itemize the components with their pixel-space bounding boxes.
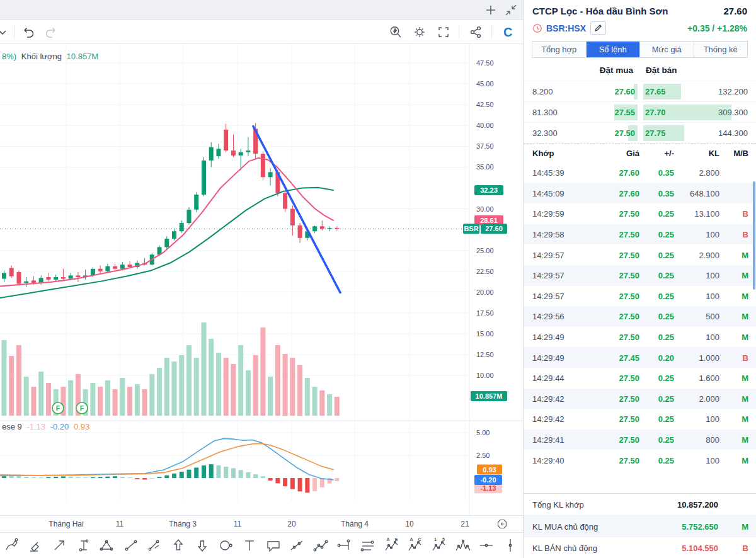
svg-text:35.00: 35.00 xyxy=(476,163,494,171)
trade-row[interactable]: 14:29:4427.500.251.600M xyxy=(524,368,756,389)
price-range-icon[interactable] xyxy=(75,537,93,554)
svg-text:-1.13: -1.13 xyxy=(480,484,496,492)
svg-text:2.50: 2.50 xyxy=(476,452,490,459)
trade-volume: 100 xyxy=(706,271,719,280)
time-axis[interactable]: Tháng Hai11Tháng 31120Tháng 41021 xyxy=(0,515,523,532)
tab-mức-giá[interactable]: Mức giá xyxy=(640,42,694,57)
trade-row[interactable]: 14:45:3927.600.352.800 xyxy=(524,162,756,183)
price-chart[interactable]: FF47.5045.0042.5040.0037.5035.0030.0025.… xyxy=(0,44,523,515)
sell-column-label: Đặt bán xyxy=(646,65,677,75)
bid-volume: 32.300 xyxy=(532,128,558,138)
trade-row[interactable]: 14:29:5927.500.2513.100B xyxy=(524,203,756,224)
elliott-wave-ae-icon[interactable]: AE xyxy=(383,537,401,554)
arrow-down-icon[interactable] xyxy=(193,537,211,554)
redo-icon[interactable] xyxy=(43,25,58,40)
text-icon[interactable] xyxy=(241,537,258,554)
trade-time: 14:29:57 xyxy=(532,250,564,259)
broker-logo[interactable]: C xyxy=(500,25,515,40)
horizontal-line-icon[interactable] xyxy=(478,537,495,554)
svg-text:A: A xyxy=(386,537,389,542)
svg-text:5.00: 5.00 xyxy=(476,429,490,436)
trade-row[interactable]: 14:29:4227.500.25100M xyxy=(524,409,756,430)
summary-row: KL BÁN chủ động5.104.550B xyxy=(524,537,756,558)
trade-row[interactable]: 14:29:5827.500.25100B xyxy=(524,224,756,245)
trade-row[interactable]: 14:29:4927.450.201.000B xyxy=(524,347,756,368)
trade-change: 0.25 xyxy=(658,250,674,259)
svg-text:42.50: 42.50 xyxy=(476,101,494,108)
trade-price: 27.50 xyxy=(619,250,639,259)
candlestick-chart-canvas[interactable]: FF47.5045.0042.5040.0037.5035.0030.0025.… xyxy=(0,44,523,515)
marker-icon[interactable] xyxy=(28,537,45,554)
trade-row[interactable]: 14:29:4027.500.25100M xyxy=(524,450,756,470)
tab-tổng-hợp[interactable]: Tổng hợp xyxy=(532,42,587,57)
orderbook-row[interactable]: 8.20027.6027.65132.200 xyxy=(524,81,756,101)
trade-row[interactable]: 14:29:5627.500.25500M xyxy=(524,306,756,327)
chevron-down-icon[interactable] xyxy=(0,25,10,40)
tab-sổ-lệnh[interactable]: Sổ lệnh xyxy=(587,42,641,57)
disjoint-channel-icon[interactable] xyxy=(146,537,164,554)
time-axis-label: 11 xyxy=(116,520,123,528)
trade-side: M xyxy=(742,455,748,465)
macd-legend: ese 9 -1.13 -0.20 0.93 xyxy=(2,422,92,431)
ask-price[interactable]: 27.75 xyxy=(645,128,666,138)
svg-text:12.50: 12.50 xyxy=(476,351,494,358)
vertical-line-icon[interactable] xyxy=(501,537,519,554)
trade-change: 0.25 xyxy=(658,394,674,403)
axis-settings-icon[interactable] xyxy=(496,518,508,530)
parallel-channel-icon[interactable] xyxy=(359,537,377,554)
orderbook-row[interactable]: 32.30027.5027.75144.300 xyxy=(524,122,756,143)
trade-row[interactable]: 14:29:5727.500.25100M xyxy=(524,265,756,286)
ask-price[interactable]: 27.70 xyxy=(645,108,666,117)
symbol-code[interactable]: BSR:HSX xyxy=(546,23,586,33)
orderbook-row[interactable]: 81.30027.5527.70309.300 xyxy=(524,101,756,122)
trading-app: C FF47.5045.0042.5040.0037.5035.0030.002… xyxy=(0,0,756,558)
trade-time: 14:29:49 xyxy=(532,333,564,342)
bid-price[interactable]: 27.60 xyxy=(614,87,635,96)
trade-volume: 2.000 xyxy=(699,394,719,403)
trade-row[interactable]: 14:29:4227.500.252.000M xyxy=(524,389,756,409)
bid-price[interactable]: 27.50 xyxy=(614,128,635,138)
scrollbar-thumb[interactable] xyxy=(753,181,755,290)
elliott-wave-ac-icon[interactable]: AC xyxy=(406,537,424,554)
bar-replay-icon[interactable] xyxy=(388,25,403,40)
edit-symbol-button[interactable] xyxy=(590,21,606,35)
macd-signal-value: 0.93 xyxy=(74,422,89,431)
summary-side: M xyxy=(742,521,748,531)
bid-price[interactable]: 27.55 xyxy=(614,108,635,117)
trade-row[interactable]: 14:29:4127.500.25800M xyxy=(524,430,756,450)
tab-thống-kê[interactable]: Thống kê xyxy=(694,42,748,57)
settings-gear-icon[interactable] xyxy=(412,25,427,40)
collapse-panel-icon[interactable] xyxy=(504,3,518,17)
trade-side: M xyxy=(742,291,748,300)
trade-row[interactable]: 14:45:0927.600.35648.100 xyxy=(524,183,756,204)
trade-change: 0.25 xyxy=(658,455,674,465)
svg-text:1: 1 xyxy=(434,537,437,542)
undo-icon[interactable] xyxy=(21,25,37,40)
bid-volume: 8.200 xyxy=(532,87,553,96)
trade-side: B xyxy=(743,209,748,219)
ellipse-icon[interactable] xyxy=(217,537,234,554)
callout-icon[interactable] xyxy=(265,537,282,554)
add-tab-icon[interactable] xyxy=(484,3,498,17)
xabcd-pattern-icon[interactable] xyxy=(98,537,116,554)
arrow-up-icon[interactable] xyxy=(169,537,187,554)
trend-line-icon[interactable] xyxy=(122,537,140,554)
trade-change: 0.20 xyxy=(658,353,674,362)
trade-price: 27.50 xyxy=(619,209,639,219)
extended-line-icon[interactable] xyxy=(288,537,306,554)
trade-row[interactable]: 14:29:4927.500.25100M xyxy=(524,327,756,348)
horizontal-ray-icon[interactable] xyxy=(336,537,353,554)
trade-row[interactable]: 14:29:5727.500.252.900M xyxy=(524,244,756,265)
brush-icon[interactable] xyxy=(4,537,21,554)
trade-volume: 100 xyxy=(706,333,719,342)
trend-arrow-icon[interactable] xyxy=(51,537,69,554)
trade-row[interactable]: 14:29:5727.500.25100M xyxy=(524,286,756,307)
elliott-wave-15-icon[interactable]: 15 xyxy=(430,537,448,554)
head-and-shoulders-icon[interactable] xyxy=(454,537,472,554)
svg-text:5: 5 xyxy=(442,537,445,542)
ask-price[interactable]: 27.65 xyxy=(645,87,666,96)
share-icon[interactable] xyxy=(468,25,483,40)
trade-time: 14:29:59 xyxy=(532,209,564,219)
polyline-icon[interactable] xyxy=(312,537,329,554)
fullscreen-icon[interactable] xyxy=(436,25,451,40)
